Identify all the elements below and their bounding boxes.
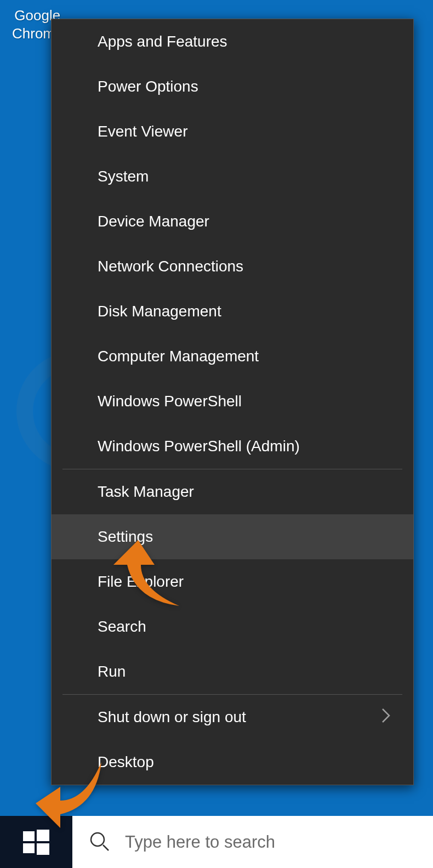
menu-item-desktop[interactable]: Desktop [52, 740, 413, 785]
menu-item-device-manager[interactable]: Device Manager [52, 199, 413, 244]
menu-item-label: Task Manager [98, 483, 194, 501]
menu-item-label: Windows PowerShell [98, 393, 242, 410]
chevron-right-icon [381, 708, 390, 727]
menu-item-network-connections[interactable]: Network Connections [52, 244, 413, 289]
menu-item-power-options[interactable]: Power Options [52, 64, 413, 109]
menu-item-apps-features[interactable]: Apps and Features [52, 19, 413, 64]
menu-item-label: Run [98, 663, 126, 680]
menu-item-task-manager[interactable]: Task Manager [52, 469, 413, 514]
menu-item-label: Apps and Features [98, 33, 227, 50]
menu-item-run[interactable]: Run [52, 649, 413, 694]
search-icon [89, 831, 110, 854]
menu-item-label: Power Options [98, 78, 198, 95]
menu-item-label: Search [98, 618, 146, 636]
search-box[interactable]: Type here to search [72, 816, 433, 868]
menu-item-event-viewer[interactable]: Event Viewer [52, 109, 413, 154]
taskbar: Type here to search [0, 816, 433, 868]
menu-item-label: System [98, 168, 149, 185]
svg-point-4 [91, 833, 104, 846]
menu-item-label: File Explorer [98, 573, 184, 591]
menu-item-shut-down[interactable]: Shut down or sign out [52, 695, 413, 740]
svg-rect-3 [37, 843, 49, 855]
menu-item-label: Windows PowerShell (Admin) [98, 438, 300, 455]
svg-rect-2 [23, 843, 35, 853]
menu-item-label: Desktop [98, 753, 154, 771]
menu-item-label: Shut down or sign out [98, 708, 246, 726]
svg-rect-0 [23, 831, 35, 841]
menu-item-label: Settings [98, 528, 153, 546]
menu-item-computer-management[interactable]: Computer Management [52, 334, 413, 379]
menu-item-search[interactable]: Search [52, 604, 413, 649]
menu-item-label: Device Manager [98, 213, 209, 230]
menu-item-file-explorer[interactable]: File Explorer [52, 559, 413, 604]
menu-item-system[interactable]: System [52, 154, 413, 199]
search-placeholder: Type here to search [125, 832, 275, 852]
start-context-menu: Apps and Features Power Options Event Vi… [51, 19, 414, 785]
menu-item-label: Computer Management [98, 348, 259, 365]
menu-item-windows-powershell[interactable]: Windows PowerShell [52, 379, 413, 424]
menu-item-label: Disk Management [98, 303, 221, 320]
menu-item-windows-powershell-admin[interactable]: Windows PowerShell (Admin) [52, 424, 413, 469]
menu-item-settings[interactable]: Settings [52, 514, 413, 559]
svg-line-5 [103, 845, 109, 850]
menu-item-label: Network Connections [98, 258, 243, 275]
svg-rect-1 [37, 830, 49, 841]
windows-logo-icon [23, 829, 49, 855]
menu-item-label: Event Viewer [98, 123, 187, 140]
menu-item-disk-management[interactable]: Disk Management [52, 289, 413, 334]
start-button[interactable] [0, 816, 72, 868]
